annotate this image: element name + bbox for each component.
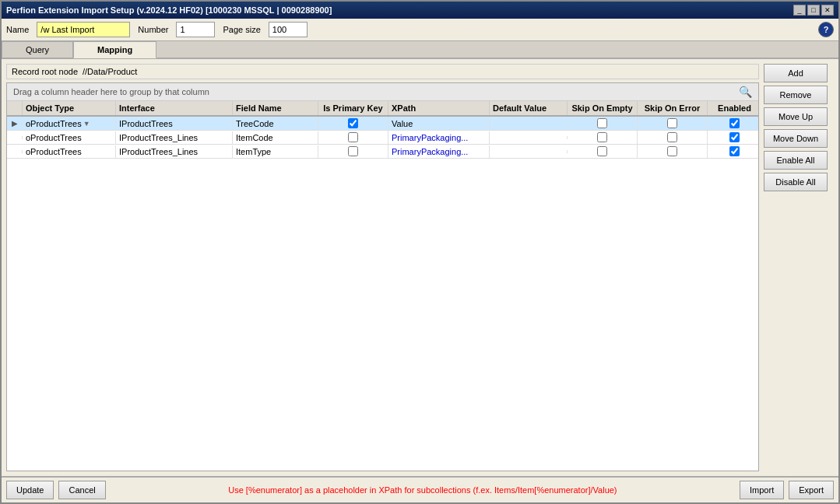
enabled-cell-1 bbox=[708, 131, 758, 144]
toolbar: Name Number Page size ? bbox=[2, 19, 838, 41]
table-row[interactable]: ▶ oProductTrees ▼ IProductTrees TreeCode… bbox=[7, 117, 758, 131]
move-up-button[interactable]: Move Up bbox=[764, 107, 828, 126]
expand-cell-0: ▶ bbox=[7, 117, 23, 129]
skip-error-cell-2 bbox=[638, 145, 708, 158]
number-input[interactable] bbox=[176, 22, 215, 37]
skip-error-cell-1 bbox=[638, 131, 708, 144]
dropdown-arrow-0[interactable]: ▼ bbox=[83, 120, 90, 128]
table-row[interactable]: oProductTrees IProductTrees_Lines ItemTy… bbox=[7, 145, 758, 159]
enabled-checkbox-1[interactable] bbox=[729, 132, 740, 142]
expand-cell-1 bbox=[7, 136, 23, 139]
field-name-cell-1: ItemCode bbox=[233, 131, 318, 144]
move-down-button[interactable]: Move Down bbox=[764, 129, 828, 148]
name-input[interactable] bbox=[37, 22, 130, 37]
skip-empty-checkbox-0[interactable] bbox=[597, 118, 607, 128]
help-button[interactable]: ? bbox=[818, 22, 834, 37]
skip-empty-checkbox-1[interactable] bbox=[597, 132, 607, 142]
default-value-cell-1 bbox=[490, 136, 568, 139]
bottom-info-text: Use [%enumerator] as a placeholder in XP… bbox=[111, 485, 735, 495]
skip-empty-checkbox-2[interactable] bbox=[597, 146, 607, 156]
primary-key-checkbox-1[interactable] bbox=[348, 132, 358, 142]
name-label: Name bbox=[6, 25, 29, 34]
title-bar: Perfion Extension Import Setup (v.2024.1… bbox=[2, 2, 838, 19]
primary-key-cell-0 bbox=[318, 117, 388, 130]
field-name-cell-0: TreeCode bbox=[233, 117, 318, 130]
skip-error-checkbox-1[interactable] bbox=[667, 132, 677, 142]
record-root-label: Record root node bbox=[12, 67, 78, 76]
update-button[interactable]: Update bbox=[6, 481, 54, 499]
drag-hint-text: Drag a column header here to group by th… bbox=[13, 87, 209, 96]
minimize-button[interactable]: _ bbox=[793, 5, 806, 16]
col-header-primary-key[interactable]: Is Primary Key bbox=[318, 101, 388, 115]
skip-empty-cell-2 bbox=[568, 145, 638, 158]
remove-button[interactable]: Remove bbox=[764, 86, 828, 104]
import-button[interactable]: Import bbox=[740, 481, 784, 499]
col-header-object-type[interactable]: Object Type bbox=[23, 101, 116, 115]
col-header-skip-empty[interactable]: Skip On Empty bbox=[568, 101, 638, 115]
object-type-cell-2: oProductTrees bbox=[23, 145, 116, 158]
window-title: Perfion Extension Import Setup (v.2024.1… bbox=[6, 5, 332, 15]
window-controls: _ □ ✕ bbox=[793, 5, 834, 16]
skip-error-cell-0 bbox=[638, 117, 708, 130]
enabled-cell-0 bbox=[708, 117, 758, 130]
primary-key-cell-2 bbox=[318, 145, 388, 158]
primary-key-checkbox-0[interactable] bbox=[348, 118, 358, 128]
tabs-bar: Query Mapping bbox=[2, 41, 838, 59]
right-panel: Add Remove Move Up Move Down Enable All … bbox=[764, 64, 834, 471]
primary-key-checkbox-2[interactable] bbox=[348, 146, 358, 156]
drag-hint-bar: Drag a column header here to group by th… bbox=[7, 83, 758, 101]
interface-cell-2: IProductTrees_Lines bbox=[116, 145, 233, 158]
export-button[interactable]: Export bbox=[789, 481, 834, 499]
main-window: Perfion Extension Import Setup (v.2024.1… bbox=[0, 0, 840, 504]
default-value-cell-0 bbox=[490, 122, 568, 125]
page-size-input[interactable] bbox=[269, 22, 308, 37]
left-panel: Record root node //Data/Product Drag a c… bbox=[6, 64, 759, 471]
tab-mapping[interactable]: Mapping bbox=[73, 41, 156, 58]
disable-all-button[interactable]: Disable All bbox=[764, 173, 828, 191]
number-label: Number bbox=[138, 25, 168, 34]
col-header-skip-error[interactable]: Skip On Error bbox=[638, 101, 708, 115]
interface-cell-0: IProductTrees bbox=[116, 117, 233, 130]
skip-error-checkbox-0[interactable] bbox=[667, 118, 677, 128]
cancel-button[interactable]: Cancel bbox=[58, 481, 105, 499]
xpath-link-2[interactable]: PrimaryPackaging... bbox=[392, 147, 468, 156]
enabled-checkbox-2[interactable] bbox=[729, 146, 740, 156]
maximize-button[interactable]: □ bbox=[807, 5, 820, 16]
table-row[interactable]: oProductTrees IProductTrees_Lines ItemCo… bbox=[7, 131, 758, 145]
add-button[interactable]: Add bbox=[764, 64, 828, 82]
col-header-enabled[interactable]: Enabled bbox=[708, 101, 759, 115]
enable-all-button[interactable]: Enable All bbox=[764, 151, 828, 170]
object-type-cell-0: oProductTrees ▼ bbox=[23, 117, 116, 130]
tab-query[interactable]: Query bbox=[2, 41, 73, 58]
grid-header: Object Type Interface Field Name Is Prim… bbox=[7, 101, 758, 117]
skip-empty-cell-0 bbox=[568, 117, 638, 130]
search-icon-button[interactable]: 🔍 bbox=[739, 86, 752, 98]
xpath-link-1[interactable]: PrimaryPackaging... bbox=[392, 133, 468, 142]
enabled-checkbox-0[interactable] bbox=[729, 118, 740, 128]
xpath-cell-2: PrimaryPackaging... bbox=[388, 145, 490, 158]
record-root-row: Record root node //Data/Product bbox=[6, 64, 759, 79]
object-type-cell-1: oProductTrees bbox=[23, 131, 116, 144]
xpath-cell-1: PrimaryPackaging... bbox=[388, 131, 490, 144]
interface-cell-1: IProductTrees_Lines bbox=[116, 131, 233, 144]
record-root-value: //Data/Product bbox=[83, 67, 137, 76]
col-header-field-name[interactable]: Field Name bbox=[233, 101, 318, 115]
col-header-expand bbox=[7, 101, 23, 115]
enabled-cell-2 bbox=[708, 145, 758, 158]
expand-button-0[interactable]: ▶ bbox=[12, 119, 18, 128]
grid-body: ▶ oProductTrees ▼ IProductTrees TreeCode… bbox=[7, 117, 758, 471]
skip-empty-cell-1 bbox=[568, 131, 638, 144]
col-header-xpath[interactable]: XPath bbox=[388, 101, 490, 115]
close-button[interactable]: ✕ bbox=[821, 5, 834, 16]
page-size-label: Page size bbox=[223, 25, 260, 34]
main-content: Record root node //Data/Product Drag a c… bbox=[2, 59, 838, 476]
xpath-cell-0: Value bbox=[388, 117, 490, 130]
skip-error-checkbox-2[interactable] bbox=[667, 146, 677, 156]
field-name-cell-2: ItemType bbox=[233, 145, 318, 158]
primary-key-cell-1 bbox=[318, 131, 388, 144]
col-header-interface[interactable]: Interface bbox=[116, 101, 233, 115]
grid-container: Drag a column header here to group by th… bbox=[6, 82, 759, 471]
bottom-bar: Update Cancel Use [%enumerator] as a pla… bbox=[2, 476, 838, 502]
col-header-default-value[interactable]: Default Value bbox=[490, 101, 568, 115]
default-value-cell-2 bbox=[490, 150, 568, 153]
